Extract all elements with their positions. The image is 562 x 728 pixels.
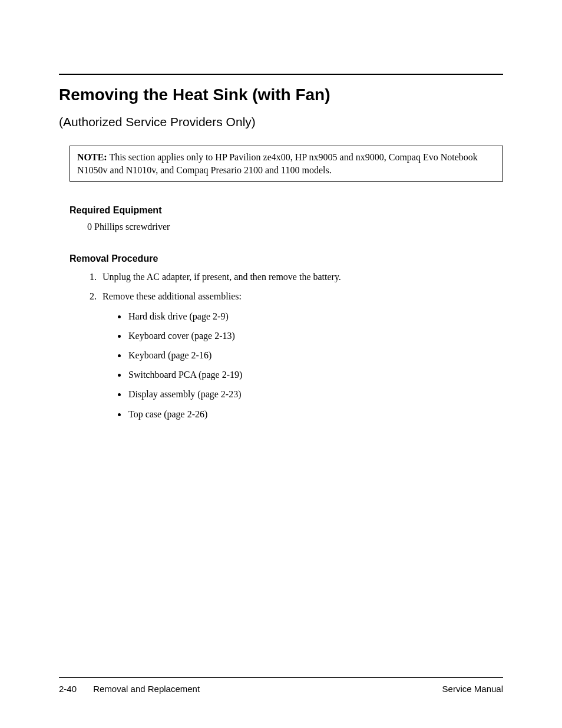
footer-row: 2-40 Removal and Replacement Service Man…: [59, 684, 503, 694]
page-subtitle: (Authorized Service Providers Only): [59, 115, 503, 129]
procedure-list: Unplug the AC adapter, if present, and t…: [99, 270, 503, 421]
note-label: NOTE:: [77, 152, 107, 162]
page-title: Removing the Heat Sink (with Fan): [59, 85, 503, 104]
list-item: Keyboard (page 2-16): [127, 348, 503, 362]
note-text: This section applies only to HP Pavilion…: [77, 152, 478, 175]
list-item: Display assembly (page 2-23): [127, 387, 503, 401]
procedure-step-text: Remove these additional assemblies:: [103, 291, 242, 301]
footer-doc-title: Service Manual: [442, 684, 503, 694]
page-footer: 2-40 Removal and Replacement Service Man…: [59, 677, 503, 694]
procedure-step: Unplug the AC adapter, if present, and t…: [99, 270, 503, 284]
removal-procedure-heading: Removal Procedure: [70, 253, 503, 264]
rule-top: [59, 74, 503, 75]
footer-section: Removal and Replacement: [93, 684, 200, 694]
list-item: Switchboard PCA (page 2-19): [127, 368, 503, 381]
footer-page-number: 2-40: [59, 684, 77, 694]
required-equipment-heading: Required Equipment: [70, 205, 503, 216]
footer-left: 2-40 Removal and Replacement: [59, 684, 200, 694]
list-item: Top case (page 2-26): [127, 407, 503, 421]
required-equipment-item: 0 Phillips screwdriver: [87, 222, 503, 232]
rule-bottom: [59, 677, 503, 678]
list-item: Keyboard cover (page 2-13): [127, 329, 503, 342]
note-box: NOTE: This section applies only to HP Pa…: [70, 146, 503, 182]
procedure-step: Remove these additional assemblies: Hard…: [99, 289, 503, 420]
assemblies-list: Hard disk drive (page 2-9) Keyboard cove…: [127, 309, 503, 421]
page: Removing the Heat Sink (with Fan) (Autho…: [0, 0, 562, 728]
list-item: Hard disk drive (page 2-9): [127, 309, 503, 323]
